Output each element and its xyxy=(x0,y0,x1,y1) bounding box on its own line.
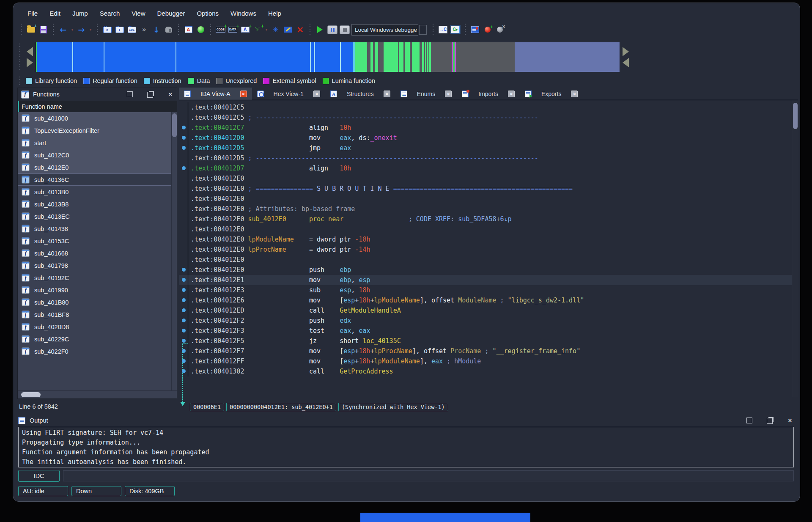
disasm-line[interactable]: .text:004012D5 jmp eax xyxy=(179,143,798,153)
problems-icon[interactable]: A xyxy=(183,24,194,36)
disasm-line[interactable]: .text:004012D7 align 10h xyxy=(179,163,798,173)
function-row[interactable]: fsub_401438 xyxy=(18,223,171,235)
function-row[interactable]: fsub_40229C xyxy=(18,333,171,345)
debug-pause-icon[interactable] xyxy=(326,24,338,36)
ida-view-a[interactable]: .text:004012C5.text:004012C5 ; ---------… xyxy=(179,100,798,414)
menu-file[interactable]: File xyxy=(22,8,44,19)
disasm-line[interactable]: .text:004012F2 push edx xyxy=(179,316,798,326)
disasm-line[interactable]: .text:004012F7 mov [esp+18h+lpProcName],… xyxy=(179,346,798,356)
disasm-line[interactable]: .text:004012ED call GetModuleHandleA xyxy=(179,305,798,316)
function-row[interactable]: fsub_401B80 xyxy=(18,296,171,308)
navband-scroll-left-icon[interactable] xyxy=(623,58,629,67)
tab-exports[interactable]: Exports× xyxy=(520,88,583,100)
string-dropdown-icon[interactable]: ▾ xyxy=(264,24,269,36)
function-row[interactable]: fsub_4020D8 xyxy=(18,321,171,333)
toolbar-separator[interactable] xyxy=(431,24,435,36)
disasm-line[interactable]: .text:004012C5 xyxy=(179,102,798,113)
function-row[interactable]: fsub_4013B8 xyxy=(18,198,171,210)
lock-icon[interactable] xyxy=(163,24,174,36)
disasm-line[interactable]: .text:004012E0 sub_4012E0 proc near ; CO… xyxy=(179,214,798,224)
toolbar-separator[interactable] xyxy=(464,24,467,36)
save-icon[interactable] xyxy=(38,24,49,36)
menu-view[interactable]: View xyxy=(126,8,151,19)
analysis-ok-icon[interactable] xyxy=(195,24,206,36)
function-row[interactable]: fsub_40192C xyxy=(18,272,171,284)
tab-ida-view-a[interactable]: IDA View-A× xyxy=(179,88,252,100)
make-code-icon[interactable]: CODE xyxy=(215,24,226,36)
tab-hex-view-1[interactable]: Hex View-1× xyxy=(252,88,325,100)
function-row[interactable]: fsub_40153C xyxy=(18,235,171,247)
search-text-icon[interactable]: T xyxy=(114,24,125,36)
function-row[interactable]: fsub_401990 xyxy=(18,284,171,296)
patch-icon[interactable]: ✳ xyxy=(270,24,281,36)
step-into-icon[interactable]: →C xyxy=(437,24,449,36)
toolbar-separator[interactable] xyxy=(19,24,23,36)
disasm-line[interactable]: .text:004012E0 xyxy=(179,194,798,204)
menu-help[interactable]: Help xyxy=(262,8,287,19)
search-next-icon[interactable]: » xyxy=(138,24,150,36)
function-row[interactable]: fsub_40136C xyxy=(18,173,171,186)
disasm-line[interactable]: .text:004012E0 ; Attributes: bp-based fr… xyxy=(179,204,798,214)
close-icon[interactable]: × xyxy=(787,418,793,423)
toolbar-separator[interactable] xyxy=(96,24,99,36)
make-data-icon[interactable]: DATA xyxy=(227,24,239,36)
open-file-icon[interactable] xyxy=(25,24,37,36)
debugger-selector-edit[interactable] xyxy=(419,25,427,35)
maximize-icon[interactable] xyxy=(746,418,752,423)
function-row[interactable]: fTopLevelExceptionFilter xyxy=(18,124,171,137)
disasm-line[interactable]: .text:004012E0 lpModuleName = dword ptr … xyxy=(179,234,798,245)
disasm-line[interactable]: .text:004012F3 test eax, eax xyxy=(179,326,798,336)
cli-input[interactable] xyxy=(63,470,794,481)
back-dropdown-icon[interactable]: ▾ xyxy=(70,24,75,36)
disasm-line[interactable]: .text:004012E0 push ebp xyxy=(179,265,798,275)
tab-imports[interactable]: Imports× xyxy=(457,88,520,100)
breakpoint-add-icon[interactable] xyxy=(482,24,493,36)
nav-back-icon[interactable]: ← xyxy=(58,24,69,36)
tab-close-icon[interactable]: × xyxy=(508,91,515,97)
toolbar-separator[interactable] xyxy=(209,24,212,36)
menu-debugger[interactable]: Debugger xyxy=(151,8,191,19)
rename-icon[interactable]: A xyxy=(239,24,251,36)
scrollbar-thumb[interactable] xyxy=(172,113,177,137)
functions-vertical-scrollbar[interactable] xyxy=(171,112,177,390)
menu-windows[interactable]: Windows xyxy=(225,8,262,19)
function-row[interactable]: fsub_4022F0 xyxy=(18,345,171,357)
function-row[interactable]: fsub_401798 xyxy=(18,259,171,272)
toolbar-separator[interactable] xyxy=(177,24,180,36)
nav-forward-icon[interactable]: → xyxy=(76,24,87,36)
search-immediate-icon[interactable]: # xyxy=(102,24,113,36)
debug-run-icon[interactable] xyxy=(314,24,326,36)
menu-search[interactable]: Search xyxy=(94,8,126,19)
float-icon[interactable] xyxy=(767,418,773,424)
tab-close-icon[interactable]: × xyxy=(571,91,578,97)
function-row[interactable]: fsub_4012C0 xyxy=(18,149,171,161)
undefine-icon[interactable]: × xyxy=(294,24,306,36)
disasm-line[interactable]: .text:004012D5 ; -----------------------… xyxy=(179,153,798,163)
disasm-line[interactable]: .text:004012E0 xyxy=(179,255,798,265)
navband-scroll-left-icon[interactable] xyxy=(27,47,33,56)
drag-handle[interactable] xyxy=(18,77,22,85)
output-log[interactable]: Using FLIRT signature: SEH for vc7-14Pro… xyxy=(18,427,794,467)
tab-close-icon[interactable]: × xyxy=(445,91,452,97)
tab-close-icon[interactable]: × xyxy=(240,91,247,97)
function-row[interactable]: fstart xyxy=(18,137,171,149)
function-row[interactable]: fsub_401000 xyxy=(18,112,171,124)
disasm-line[interactable]: .text:004012E1 mov ebp, esp xyxy=(179,275,798,285)
function-row[interactable]: fsub_4012E0 xyxy=(18,161,171,173)
tab-structures[interactable]: Structures× xyxy=(325,88,395,100)
function-row[interactable]: fsub_401668 xyxy=(18,247,171,259)
function-name-column-header[interactable]: Function name xyxy=(18,101,177,112)
toolbar-separator[interactable] xyxy=(52,24,55,36)
function-row[interactable]: fsub_4013EC xyxy=(18,210,171,223)
disasm-vertical-scrollbar[interactable] xyxy=(792,100,798,397)
breakpoint-delete-icon[interactable] xyxy=(494,24,505,36)
scrollbar-thumb[interactable] xyxy=(21,392,41,397)
disasm-line[interactable]: .text:004012F5 jz short loc_40135C xyxy=(179,336,798,346)
debugger-selector[interactable]: Local Windows debugge xyxy=(351,24,418,36)
disasm-line[interactable]: .text:004012FF mov [esp+18h+lpModuleName… xyxy=(179,356,798,366)
disasm-line[interactable]: .text:004012E6 mov [esp+18h+lpModuleName… xyxy=(179,295,798,305)
drag-handle[interactable] xyxy=(18,44,22,71)
functions-horizontal-scrollbar[interactable] xyxy=(18,390,177,398)
forward-dropdown-icon[interactable]: ▾ xyxy=(88,24,93,36)
menu-options[interactable]: Options xyxy=(191,8,225,19)
